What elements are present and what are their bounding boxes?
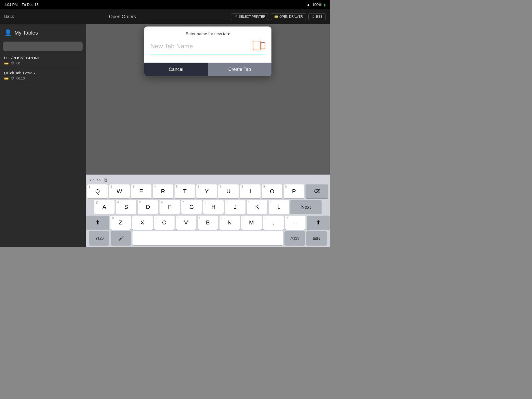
- clock-icon: ⏱: [11, 61, 14, 65]
- key-h[interactable]: (H: [203, 200, 224, 214]
- key-v[interactable]: =V: [176, 216, 196, 230]
- content-area: Enter name for new tab:: [86, 24, 330, 247]
- key-z[interactable]: %Z: [110, 216, 131, 230]
- status-right: ▲ 100% ▮: [307, 3, 326, 7]
- create-tab-button[interactable]: Create Tab: [208, 63, 271, 76]
- clock-icon: ⏱: [11, 76, 14, 80]
- keyboard-row-2: @A #S $D &F *G (H )J 'K "L Next: [87, 200, 329, 214]
- table-item[interactable]: Quick Tab 12:53-7 💳 ⏱ 00:10: [0, 68, 86, 83]
- key-b[interactable]: /B: [198, 216, 218, 230]
- open-drawer-button[interactable]: 💳 OPEN DRAWER: [271, 13, 306, 20]
- modal-dialog: Enter name for new tab:: [144, 26, 271, 76]
- key-o[interactable]: 9O: [262, 184, 282, 198]
- open-drawer-label: OPEN DRAWER: [280, 15, 303, 18]
- search-box[interactable]: [3, 42, 83, 51]
- table-item-name: LLC/POSNEGRONI: [4, 56, 82, 60]
- key-t[interactable]: 5T: [175, 184, 195, 198]
- key-e[interactable]: 3E: [131, 184, 151, 198]
- modal-buttons: Cancel Create Tab: [144, 63, 271, 76]
- key-f[interactable]: &F: [159, 200, 180, 214]
- key-d[interactable]: $D: [138, 200, 158, 214]
- key-y[interactable]: 6Y: [196, 184, 217, 198]
- credit-card-icon: 💳: [4, 61, 9, 65]
- bss-button[interactable]: ⏱ BSS: [308, 13, 326, 20]
- table-item-name: Quick Tab 12:53-7: [4, 71, 82, 75]
- tab-name-input[interactable]: [150, 43, 251, 50]
- bss-icon: ⏱: [312, 15, 315, 18]
- person-icon: 👤: [4, 29, 12, 36]
- redo-icon[interactable]: ↪: [97, 177, 101, 183]
- battery-icon: ▮: [324, 3, 326, 7]
- status-bar: 1:04 PM Fri Dec 13 ▲ 100% ▮: [0, 0, 330, 9]
- backspace-key[interactable]: ⌫: [305, 184, 328, 198]
- mic-key[interactable]: 🎤: [111, 231, 131, 245]
- shift-left-key[interactable]: ⬆: [86, 216, 109, 230]
- svg-rect-0: [253, 41, 260, 50]
- sidebar-title: My Tables: [15, 30, 38, 36]
- keyboard-row-3: ⬆ %Z -X +C =V /B ;N :M !, ?. ⬆: [87, 216, 329, 230]
- key-l[interactable]: "L: [269, 200, 289, 214]
- nav-title: Open Orders: [109, 14, 136, 19]
- shift-right-key[interactable]: ⬆: [307, 216, 330, 230]
- sidebar-header: 👤 My Tables: [0, 26, 86, 39]
- key-n[interactable]: ;N: [220, 216, 240, 230]
- symbol-left-key[interactable]: .?123: [89, 231, 109, 245]
- key-m[interactable]: :M: [241, 216, 262, 230]
- undo-icon[interactable]: ↩: [90, 177, 94, 183]
- printer-icon: 🖨: [234, 15, 237, 18]
- key-x[interactable]: -X: [132, 216, 153, 230]
- cancel-button[interactable]: Cancel: [144, 63, 208, 76]
- key-u[interactable]: 7U: [218, 184, 239, 198]
- key-i[interactable]: 8I: [240, 184, 261, 198]
- keyboard-row-bottom: .?123 🎤 .?123 ⌨︎↓: [87, 231, 329, 245]
- main-area: 👤 My Tables LLC/POSNEGRONI 💳 ⏱ 00 Quick …: [0, 24, 330, 247]
- bss-label: BSS: [316, 15, 322, 18]
- table-time: 00: [16, 61, 20, 65]
- select-printer-button[interactable]: 🖨 SELECT PRINTER: [231, 13, 269, 20]
- keyboard-rows: 1Q 2W 3E 4R 5T 6Y 7U 8I 9O 0P ⌫ @A #S $D: [87, 184, 329, 245]
- space-key[interactable]: [132, 231, 283, 245]
- key-q[interactable]: 1Q: [87, 184, 108, 198]
- battery-level: 100%: [312, 3, 322, 7]
- nav-right: 🖨 SELECT PRINTER 💳 OPEN DRAWER ⏱ BSS: [231, 13, 326, 20]
- key-w[interactable]: 2W: [109, 184, 130, 198]
- table-item-meta: 💳 ⏱ 00: [4, 61, 82, 65]
- tablet-phone-icon: [253, 40, 265, 52]
- keyboard-area: ↩ ↪ ⧉ 1Q 2W 3E 4R 5T 6Y 7U 8I 9O 0P ⌫: [86, 175, 330, 247]
- key-s[interactable]: #S: [116, 200, 136, 214]
- table-item-meta: 💳 ⏱ 00:10: [4, 76, 82, 80]
- drawer-icon: 💳: [274, 15, 278, 18]
- modal-input-row: [150, 40, 265, 54]
- modal-title: Enter name for new tab:: [150, 32, 265, 36]
- table-time: 00:10: [16, 76, 25, 80]
- top-nav: Back Open Orders 🖨 SELECT PRINTER 💳 OPEN…: [0, 9, 330, 24]
- status-time-date: 1:04 PM Fri Dec 13: [4, 3, 38, 7]
- select-printer-label: SELECT PRINTER: [239, 15, 265, 18]
- key-j[interactable]: )J: [225, 200, 245, 214]
- sidebar: 👤 My Tables LLC/POSNEGRONI 💳 ⏱ 00 Quick …: [0, 24, 86, 247]
- hide-keyboard-key[interactable]: ⌨︎↓: [306, 231, 327, 245]
- key-comma[interactable]: !,: [263, 216, 284, 230]
- copy-icon[interactable]: ⧉: [104, 177, 107, 183]
- keyboard-row-1: 1Q 2W 3E 4R 5T 6Y 7U 8I 9O 0P ⌫: [87, 184, 329, 198]
- key-period[interactable]: ?.: [285, 216, 305, 230]
- key-k[interactable]: 'K: [247, 200, 267, 214]
- key-c[interactable]: +C: [154, 216, 175, 230]
- key-a[interactable]: @A: [94, 200, 115, 214]
- next-key[interactable]: Next: [290, 200, 322, 214]
- key-r[interactable]: 4R: [153, 184, 173, 198]
- symbol-right-key[interactable]: .?123: [284, 231, 305, 245]
- modal-body: Enter name for new tab:: [144, 26, 271, 63]
- key-p[interactable]: 0P: [284, 184, 304, 198]
- credit-card-icon: 💳: [4, 76, 9, 80]
- nav-left: Back: [4, 14, 14, 19]
- wifi-icon: ▲: [307, 3, 310, 7]
- table-item[interactable]: LLC/POSNEGRONI 💳 ⏱ 00: [0, 53, 86, 68]
- back-button[interactable]: Back: [4, 14, 14, 19]
- key-g[interactable]: *G: [181, 200, 202, 214]
- keyboard-toolbar: ↩ ↪ ⧉: [87, 176, 329, 184]
- status-date: Fri Dec 13: [22, 3, 39, 7]
- status-time: 1:04 PM: [4, 3, 18, 7]
